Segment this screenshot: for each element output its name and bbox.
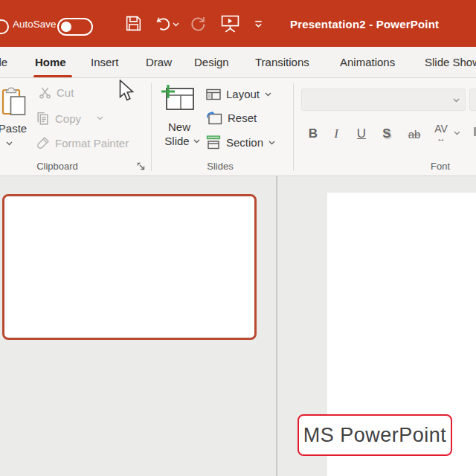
group-separator <box>151 83 152 171</box>
new-slide-label-line2[interactable]: Slide <box>158 135 207 147</box>
panel-divider[interactable] <box>276 176 277 476</box>
slides-group-label: Slides <box>198 161 242 172</box>
redo-button <box>188 14 208 33</box>
autosave-toggle[interactable] <box>57 18 93 36</box>
cut-label: Cut <box>57 86 74 99</box>
partial-circle-icon <box>0 19 9 34</box>
annotation-label: MS PowerPoint <box>303 424 447 447</box>
copy-label: Copy <box>55 112 81 125</box>
layout-icon <box>206 89 221 100</box>
tab-draw[interactable]: Draw <box>146 47 172 78</box>
ribbon: Paste Cut Copy <box>0 78 476 176</box>
autosave-label: AutoSave <box>13 19 57 30</box>
format-painter-brush-icon <box>36 136 50 149</box>
slide-thumbnail-1[interactable] <box>2 194 257 340</box>
powerpoint-window: AutoSave <box>0 0 476 476</box>
new-slide-icon <box>161 83 195 112</box>
underline-button[interactable]: U <box>353 125 370 143</box>
cut-button: Cut <box>39 86 74 99</box>
font-size-select[interactable] <box>469 89 476 111</box>
section-button[interactable]: Section <box>206 135 275 149</box>
tab-slide-show[interactable]: Slide Show <box>425 47 476 78</box>
section-icon <box>206 135 221 149</box>
copy-chevron-icon <box>97 116 103 120</box>
start-slideshow-icon <box>220 13 240 33</box>
undo-icon <box>154 15 172 33</box>
title-bar: AutoSave <box>0 0 476 47</box>
new-slide-button[interactable] <box>161 83 195 112</box>
layout-label: Layout <box>226 88 260 100</box>
layout-chevron-icon <box>265 92 271 97</box>
quick-access-collapse-icon <box>253 19 264 29</box>
workspace: MS PowerPoint <box>0 176 476 476</box>
format-painter-button: Format Painter <box>36 136 129 149</box>
active-tab-underline <box>33 75 72 77</box>
annotation-box: MS PowerPoint <box>298 414 452 456</box>
save-icon <box>124 14 143 33</box>
document-title: Presentation2 - PowerPoint <box>290 18 439 30</box>
save-button[interactable] <box>124 14 143 33</box>
paste-label[interactable]: Paste <box>0 122 28 135</box>
start-slideshow-button[interactable] <box>220 13 240 33</box>
section-chevron-icon <box>268 141 275 145</box>
font-name-chevron-icon <box>453 98 460 103</box>
reset-label: Reset <box>228 112 257 124</box>
text-shadow-button[interactable]: S <box>379 125 395 143</box>
tab-file[interactable]: File <box>0 47 7 78</box>
tab-design[interactable]: Design <box>194 47 229 78</box>
font-group-label: Font <box>416 161 464 172</box>
mouse-cursor-icon <box>119 80 135 102</box>
redo-icon <box>188 14 208 33</box>
scissors-icon <box>39 86 51 99</box>
tab-transitions[interactable]: Transitions <box>255 47 309 78</box>
copy-icon <box>36 111 50 126</box>
character-spacing-button[interactable]: AV ↔ <box>430 123 452 142</box>
paste-button[interactable] <box>1 85 27 116</box>
left-right-arrow-icon: ↔ <box>430 135 452 142</box>
copy-button: Copy <box>36 111 103 126</box>
section-label: Section <box>226 136 263 149</box>
tab-insert[interactable]: Insert <box>91 47 119 78</box>
undo-chevron-icon[interactable] <box>173 22 179 27</box>
character-spacing-chevron-icon <box>454 131 460 135</box>
font-name-select[interactable] <box>301 89 466 111</box>
reset-button[interactable]: Reset <box>206 111 257 125</box>
tab-animations[interactable]: Animations <box>340 47 395 78</box>
bold-button[interactable]: B <box>305 125 321 143</box>
font-name-value <box>302 93 308 106</box>
clipboard-group-label: Clipboard <box>28 161 86 172</box>
format-painter-label: Format Painter <box>55 137 129 149</box>
new-slide-label-line1[interactable]: New <box>158 120 201 133</box>
ribbon-tab-strip: File Home Insert Draw Design Transitions… <box>0 47 476 78</box>
reset-icon <box>206 111 222 125</box>
undo-button[interactable] <box>154 15 172 33</box>
paste-chevron-icon[interactable] <box>6 141 13 146</box>
paste-clipboard-icon <box>1 85 27 116</box>
clipboard-dialog-launcher-icon[interactable] <box>137 162 145 170</box>
strikethrough-button[interactable]: ab <box>404 126 425 144</box>
autosave-toggle-knob <box>61 22 71 32</box>
group-separator <box>293 83 294 171</box>
quick-access-collapse-button[interactable] <box>253 19 264 29</box>
tab-home[interactable]: Home <box>35 47 66 78</box>
layout-button[interactable]: Layout <box>206 88 271 100</box>
italic-button[interactable]: I <box>329 125 343 143</box>
new-slide-chevron-icon <box>193 139 200 144</box>
